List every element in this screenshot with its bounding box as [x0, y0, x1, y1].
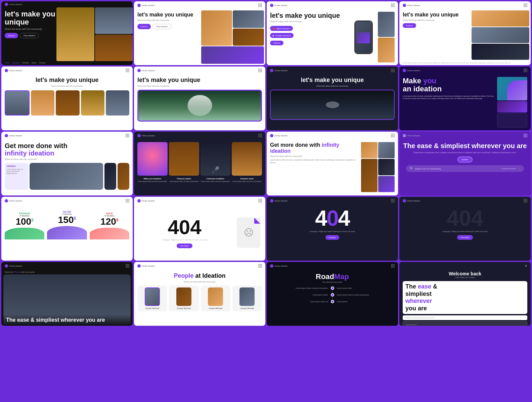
username-input[interactable] — [403, 321, 527, 326]
hero-subtitle-r1c3: Share the ideas with the community — [270, 20, 349, 23]
logo-circle-18 — [137, 264, 141, 268]
logo-circle-7 — [270, 69, 273, 72]
ease-explore-btn[interactable]: Explore — [457, 157, 472, 163]
get-help-btn-r4c4[interactable]: Get help? — [457, 235, 473, 240]
card-r5c4: ✕ Welcome back Lets make you unique The … — [399, 262, 531, 326]
card-r3c4: infinity ideation The ease & simpliest w… — [399, 132, 531, 195]
menu-icon-r2c1[interactable] — [126, 69, 129, 72]
logo-r1c1: infinity ideation — [5, 3, 23, 6]
card-r1c3: infinity ideation let's make you unique … — [267, 1, 398, 65]
menu-icon-r1c2[interactable] — [258, 3, 262, 7]
hero-title-r1c4: let's make you unique — [403, 12, 471, 18]
roadmap-right-3: Lorem ipsum — [337, 301, 395, 303]
menu-icon-r2c2[interactable] — [258, 69, 262, 72]
menu-icon-r4c2[interactable] — [258, 199, 262, 203]
hero-title-r1c1: let's make you unique — [5, 10, 61, 26]
header-r5c2: infinity ideation — [134, 262, 265, 270]
play-btn-r1c2[interactable]: Play Ideation — [152, 24, 172, 29]
logo-circle-12 — [403, 134, 406, 137]
close-icon[interactable]: ✕ — [525, 264, 527, 268]
feature-3-desc: Lorem ipsum dolor sit amet consectetur — [201, 180, 231, 182]
menu-icon-r3c2[interactable] — [258, 134, 262, 137]
menu-icon-r4c1[interactable] — [126, 199, 129, 203]
get-help-btn-r4c2[interactable]: Get help? — [177, 243, 192, 248]
stat-text: Lorem ipsum dolor sit amet consectetur a… — [403, 62, 511, 64]
header-r4c2: infinity ideation — [134, 197, 265, 205]
nav-contact[interactable]: Contact — [39, 62, 45, 64]
person-1: Joseph Michael — [137, 285, 167, 311]
wherever-text: wherever — [405, 298, 432, 304]
premium-price: 100$ — [5, 217, 44, 226]
explore-btn-r1c4[interactable]: Explore — [403, 23, 416, 28]
header-r1c2: infinity ideation — [134, 1, 265, 9]
google-store-btn[interactable]: ▶ Google Playstore — [270, 33, 294, 38]
hero-title-r1c2: let's make you unique — [137, 12, 200, 18]
menu-icon-r3c3[interactable] — [391, 134, 395, 137]
menu-icon-r3c4[interactable] — [524, 134, 527, 137]
card-r3c2: infinity ideation 🎤 Make y — [134, 132, 265, 195]
menu-icon-r3c1[interactable] — [126, 134, 129, 137]
logo-text-12: infinity ideation — [407, 135, 420, 137]
ease-block: The ease &simpliestwherever you are — [403, 281, 527, 314]
logo-text-17: infinity ideation — [9, 265, 23, 267]
roadmap-dot-1 — [331, 286, 334, 290]
menu-icon-r4c4[interactable] — [524, 199, 527, 203]
card-r2c1: infinity ideation let's make you unique … — [1, 66, 133, 130]
logo-r2c3: infinity ideation — [270, 69, 288, 72]
logo-text-19: infinity ideation — [274, 265, 288, 267]
explore-btn-r1c3[interactable]: Explore — [270, 41, 283, 45]
person-3: Joseph Michael — [201, 285, 230, 311]
menu-icon-r4c3[interactable] — [391, 199, 395, 203]
header-r2c3: infinity ideation — [267, 66, 398, 74]
logo-circle-3 — [270, 4, 273, 7]
header-r3c3: infinity ideation — [267, 132, 398, 139]
btns-r1c2: Explore Play Ideation — [137, 24, 200, 29]
pricing-premium: PREMIUM 9 Months 100$ — [5, 212, 44, 239]
menu-icon-r5c3[interactable] — [391, 264, 395, 268]
card-r4c2: infinity ideation 404 oooopps, Page you … — [134, 197, 265, 261]
logo-text-18: infinity ideation — [142, 265, 155, 267]
nav-services[interactable]: Services — [12, 62, 19, 64]
feature-3-title: Colorless tradition — [201, 178, 231, 180]
nav-about[interactable]: About — [32, 62, 36, 64]
logo-circle-14 — [137, 199, 141, 203]
content-r1c1: let's make you unique Share the ideas wi… — [1, 7, 133, 61]
main-grid: infinity ideation let's make you unique … — [0, 0, 532, 327]
explore-btn-r4c3[interactable]: Explore — [325, 235, 339, 240]
menu-icon-r2c4[interactable] — [524, 69, 527, 72]
logo-circle-6 — [137, 69, 141, 72]
logo-r1c3: infinity ideation — [270, 4, 288, 7]
feature-4-title: Fashion mind — [232, 178, 262, 180]
play-btn-r1c1[interactable]: Play Ideation — [20, 33, 39, 38]
menu-icon-r1c4[interactable] — [524, 3, 527, 7]
apple-store-btn[interactable]: 🍎 Apple Playstore — [270, 26, 293, 31]
share-subtitle-r5c1: Share the Photos with community — [1, 270, 133, 274]
gold-badge: GOLD — [90, 212, 129, 215]
menu-icon-r1c3[interactable] — [391, 3, 395, 7]
get-more-title-2: Get more done with infinity ideation — [270, 142, 359, 154]
apple-icon: 🍎 — [273, 27, 275, 30]
menu-icon-r5c1[interactable] — [126, 264, 129, 268]
header-r4c4: infinity ideation — [399, 197, 531, 205]
logo-text-6: infinity ideation — [142, 70, 155, 72]
search-btn-label: Continue search — [501, 168, 516, 170]
get-more-body: Lorem ipsum dolor sit amet, consectetur … — [270, 159, 359, 164]
silver-price: 150$ — [47, 215, 87, 225]
header-r5c3: infinity ideation — [267, 262, 398, 270]
play-icon: ▶ — [273, 34, 274, 37]
search-bar-r3c4[interactable]: 🔍 search me for everything... Continue s… — [406, 165, 524, 172]
card-r3c1: infinity ideation Get more done with inf… — [1, 132, 133, 195]
hero-title-r1c3: let's make you unique — [270, 12, 349, 19]
logo-r2c1: infinity ideation — [5, 69, 23, 72]
explore-btn-r1c1[interactable]: Explore — [5, 33, 18, 38]
feature-2-title: Timeout nation — [169, 178, 199, 180]
menu-icon-r5c2[interactable] — [258, 264, 262, 268]
get-more-subtitle: Share the ideas with the community — [5, 158, 129, 160]
nav-portfolio[interactable]: Portfolio — [22, 62, 29, 64]
header-r3c4: infinity ideation — [399, 132, 531, 139]
logo-text: infinity ideation — [9, 3, 23, 5]
card-r5c1: infinity ideation Share the Photos with … — [1, 262, 133, 326]
nav-home[interactable]: Home — [5, 62, 10, 64]
explore-btn-r1c2[interactable]: Explore — [137, 24, 151, 29]
menu-icon-r2c3[interactable] — [391, 69, 395, 72]
